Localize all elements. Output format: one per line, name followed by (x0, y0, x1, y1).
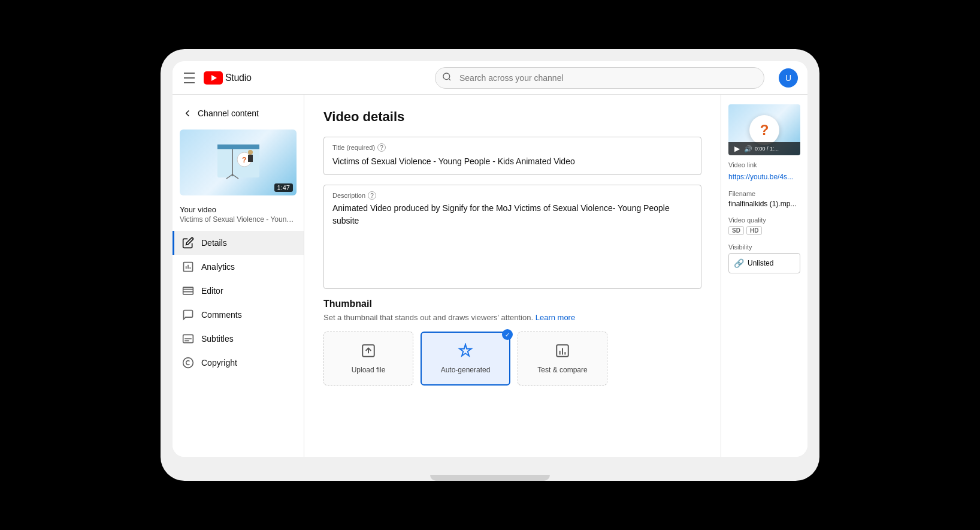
link-icon: 🔗 (734, 258, 744, 268)
thumbnail-section-title: Thumbnail (323, 299, 701, 309)
sidebar-video-subtitle: Victims of Sexual Violence - Young ... (173, 215, 304, 231)
description-textarea[interactable]: Animated Video produced by Signify for t… (332, 202, 692, 280)
title-input[interactable] (332, 154, 692, 168)
analytics-icon (182, 261, 194, 273)
filename-value: finalfinalkids (1).mp... (728, 200, 800, 208)
quality-section: Video quality SD HD (728, 216, 800, 235)
menu-icon[interactable] (182, 71, 196, 85)
thumbnail-duration: 1:47 (274, 183, 293, 192)
youtube-logo-icon (204, 71, 223, 85)
right-panel: ? ▶ 🔊 0:00 / 1:... Video link https://yo… (721, 95, 807, 457)
sidebar-item-copyright-label: Copyright (201, 358, 237, 368)
thumbnail-auto-option[interactable]: ✓ Auto-generated (421, 332, 510, 386)
logo: Studio (204, 71, 252, 85)
sidebar-item-copyright[interactable]: Copyright (173, 351, 304, 375)
svg-point-2 (443, 73, 450, 80)
video-link[interactable]: https://youtu.be/4s... (728, 173, 793, 181)
description-help-icon[interactable]: ? (368, 191, 376, 200)
filename-label: Filename (728, 190, 800, 197)
title-field[interactable]: Title (required) ? (323, 137, 701, 175)
svg-rect-5 (217, 144, 259, 149)
test-label: Test & compare (537, 366, 587, 374)
selected-badge: ✓ (502, 329, 513, 340)
title-label: Title (required) (332, 144, 375, 151)
sidebar-video-title: Your video (173, 200, 304, 215)
sidebar-item-analytics[interactable]: Analytics (173, 255, 304, 279)
search-icon (442, 72, 452, 84)
comments-icon (182, 309, 194, 321)
search-input[interactable] (435, 67, 764, 89)
description-field[interactable]: Description ? Animated Video produced by… (323, 185, 701, 289)
subtitles-icon (182, 333, 194, 345)
sidebar-item-editor-label: Editor (201, 286, 223, 296)
sidebar-thumbnail: ? 1:47 (180, 130, 297, 195)
preview-question-mark: ? (749, 115, 779, 145)
hd-badge: HD (746, 226, 762, 235)
studio-label: Studio (225, 73, 252, 83)
sidebar-item-comments-label: Comments (201, 310, 242, 320)
main-content: Video details Title (required) ? Descrip… (304, 95, 721, 457)
sidebar-item-subtitles[interactable]: Subtitles (173, 327, 304, 351)
editor-icon (182, 285, 194, 297)
visibility-value: Unlisted (748, 259, 773, 267)
visibility-box[interactable]: 🔗 Unlisted (728, 253, 800, 273)
video-controls: ▶ 🔊 0:00 / 1:... (728, 142, 800, 155)
thumbnail-subtitle: Set a thumbnail that stands out and draw… (323, 313, 701, 322)
search-bar (435, 67, 764, 89)
copyright-icon (182, 357, 194, 369)
sidebar-item-details[interactable]: Details (173, 231, 304, 255)
sd-badge: SD (728, 226, 744, 235)
thumbnail-options: Upload file ✓ Auto-generated (323, 332, 701, 386)
volume-icon[interactable]: 🔊 (744, 145, 752, 153)
sidebar-item-details-label: Details (201, 238, 227, 248)
filename-section: Filename finalfinalkids (1).mp... (728, 190, 800, 208)
svg-text:?: ? (242, 156, 246, 164)
back-icon (182, 108, 193, 119)
sidebar-item-analytics-label: Analytics (201, 262, 235, 272)
svg-point-23 (183, 358, 193, 368)
title-help-icon[interactable]: ? (377, 143, 386, 152)
thumbnail-illustration: ? (214, 141, 262, 183)
sidebar-item-comments[interactable]: Comments (173, 303, 304, 327)
sidebar-item-subtitles-label: Subtitles (201, 334, 234, 344)
video-link-section: Video link https://youtu.be/4s... (728, 161, 800, 182)
description-label: Description (332, 192, 365, 199)
svg-rect-12 (248, 155, 253, 162)
sidebar-back-label: Channel content (198, 109, 259, 118)
thumbnail-upload-option[interactable]: Upload file (323, 332, 413, 386)
auto-generate-icon (458, 343, 473, 362)
thumbnail-test-option[interactable]: Test & compare (518, 332, 607, 386)
time-display: 0:00 / 1:... (755, 146, 779, 152)
page-title: Video details (323, 109, 701, 125)
svg-line-3 (449, 79, 450, 80)
sidebar-back-button[interactable]: Channel content (173, 102, 304, 125)
sidebar-item-editor[interactable]: Editor (173, 279, 304, 303)
video-preview[interactable]: ? ▶ 🔊 0:00 / 1:... (728, 104, 800, 155)
svg-point-11 (248, 150, 253, 155)
test-icon (555, 343, 570, 362)
avatar[interactable]: U (779, 68, 798, 88)
quality-label: Video quality (728, 216, 800, 224)
learn-more-link[interactable]: Learn more (536, 313, 575, 322)
video-link-label: Video link (728, 161, 800, 168)
quality-badges: SD HD (728, 226, 800, 235)
visibility-section: Visibility 🔗 Unlisted (728, 243, 800, 273)
play-button[interactable]: ▶ (732, 144, 742, 153)
app-header: Studio U (173, 61, 807, 95)
svg-rect-17 (183, 287, 193, 294)
pencil-icon (182, 237, 194, 249)
upload-label: Upload file (352, 366, 386, 374)
visibility-label: Visibility (728, 243, 800, 251)
upload-icon (361, 343, 376, 362)
sidebar: Channel content ? (173, 95, 304, 457)
auto-label: Auto-generated (441, 366, 491, 374)
